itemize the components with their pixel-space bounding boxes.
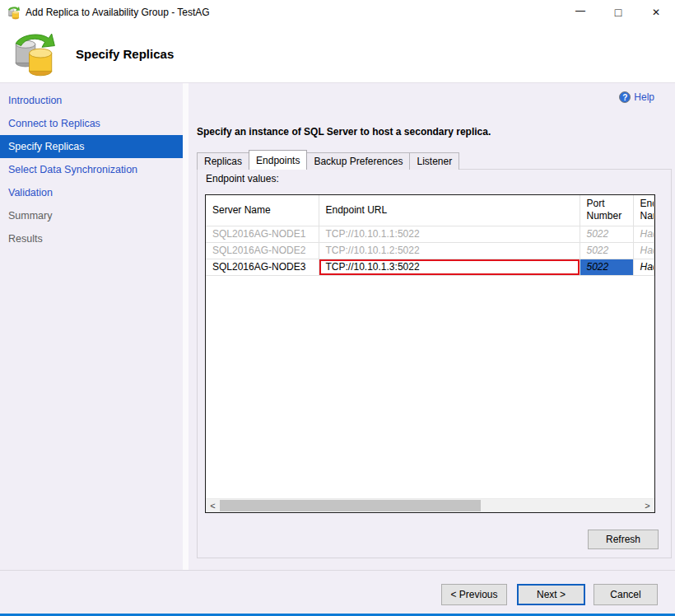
wizard-window: Add Replica to Availability Group - Test… — [0, 0, 675, 616]
table-row-node3[interactable]: SQL2016AG-NODE3 TCP://10.10.1.3:5022 502… — [206, 259, 654, 275]
sidebar-item-select-data-synchronization[interactable]: Select Data Synchronization — [0, 158, 183, 181]
sidebar-item-specify-replicas[interactable]: Specify Replicas — [0, 135, 183, 158]
table-row-node1: SQL2016AG-NODE1 TCP://10.10.1.1:5022 502… — [206, 226, 654, 242]
cell-endpoint-name[interactable]: Hadr — [633, 259, 654, 275]
scroll-right-icon[interactable]: > — [640, 499, 654, 512]
horizontal-scrollbar[interactable]: < > — [206, 498, 654, 512]
title-bar: Add Replica to Availability Group - Test… — [0, 0, 675, 25]
scrollbar-track[interactable] — [220, 499, 640, 512]
main-content: ? Help Specify an instance of SQL Server… — [189, 83, 675, 570]
wizard-body: Introduction Connect to Replicas Specify… — [0, 82, 675, 614]
endpoint-url-value: TCP://10.10.1.3:5022 — [326, 261, 420, 273]
cell-endpoint-url: TCP://10.10.1.2:5022 — [319, 242, 580, 259]
cell-port-number: 5022 — [580, 226, 633, 242]
endpoint-values-label: Endpoint values: — [206, 173, 279, 184]
tab-replicas[interactable]: Replicas — [197, 152, 249, 170]
endpoints-grid: Server Name Endpoint URL Port Number End… — [205, 194, 655, 513]
wizard-header: Specify Replicas — [0, 25, 675, 82]
help-icon: ? — [619, 91, 631, 103]
cell-server-name[interactable]: SQL2016AG-NODE3 — [206, 259, 319, 275]
cell-port-number: 5022 — [580, 242, 633, 259]
footer-bar: < Previous Next > Cancel — [0, 570, 675, 614]
sidebar-item-results: Results — [0, 227, 183, 250]
minimize-icon: — — [575, 5, 585, 16]
previous-button[interactable]: < Previous — [441, 584, 507, 605]
next-button[interactable]: Next > — [517, 584, 585, 605]
instruction-text: Specify an instance of SQL Server to hos… — [197, 126, 491, 138]
endpoints-table: Server Name Endpoint URL Port Number End… — [206, 195, 654, 276]
tab-strip: Replicas Endpoints Backup Preferences Li… — [197, 152, 459, 170]
sidebar-item-validation[interactable]: Validation — [0, 181, 183, 204]
cell-endpoint-url: TCP://10.10.1.1:5022 — [319, 226, 580, 242]
scroll-left-icon[interactable]: < — [206, 499, 220, 512]
tab-listener[interactable]: Listener — [409, 152, 459, 170]
sidebar-item-connect-to-replicas[interactable]: Connect to Replicas — [0, 112, 183, 135]
sidebar-divider — [183, 83, 189, 570]
maximize-icon: □ — [615, 6, 621, 19]
column-header-port-number: Port Number — [580, 195, 633, 226]
page-title: Specify Replicas — [76, 47, 174, 61]
table-row-node2: SQL2016AG-NODE2 TCP://10.10.1.2:5022 502… — [206, 242, 654, 259]
maximize-button[interactable]: □ — [599, 0, 637, 25]
cell-port-number-selected[interactable]: 5022 — [580, 259, 633, 275]
sidebar-item-introduction[interactable]: Introduction — [0, 89, 183, 112]
scrollbar-thumb[interactable] — [220, 500, 481, 511]
tab-backup-preferences[interactable]: Backup Preferences — [306, 152, 410, 170]
column-header-endpoint-url: Endpoint URL — [319, 195, 580, 226]
app-database-icon — [7, 6, 21, 20]
window-title: Add Replica to Availability Group - Test… — [26, 7, 210, 18]
cell-endpoint-name: Hadr — [633, 242, 654, 259]
close-button[interactable]: ✕ — [637, 0, 675, 25]
table-header-row: Server Name Endpoint URL Port Number End… — [206, 195, 654, 226]
help-link[interactable]: ? Help — [619, 91, 654, 103]
minimize-button[interactable]: — — [561, 0, 599, 25]
cancel-button[interactable]: Cancel — [594, 584, 658, 605]
wizard-steps-sidebar: Introduction Connect to Replicas Specify… — [0, 83, 183, 570]
endpoints-tab-panel: Endpoint values: Server Name Endpoint UR… — [197, 169, 672, 558]
cell-endpoint-name: Hadr — [633, 226, 654, 242]
sidebar-item-summary: Summary — [0, 204, 183, 227]
cell-server-name: SQL2016AG-NODE2 — [206, 242, 319, 259]
replica-database-icon — [10, 31, 58, 77]
column-header-server-name: Server Name — [206, 195, 319, 226]
refresh-button[interactable]: Refresh — [588, 530, 659, 549]
close-icon: ✕ — [652, 7, 660, 18]
column-header-endpoint-name: Endpoint Name — [633, 195, 654, 226]
tab-endpoints[interactable]: Endpoints — [249, 150, 307, 170]
help-label: Help — [634, 91, 654, 103]
cell-endpoint-url[interactable]: TCP://10.10.1.3:5022 — [319, 259, 580, 275]
cell-server-name: SQL2016AG-NODE1 — [206, 226, 319, 242]
